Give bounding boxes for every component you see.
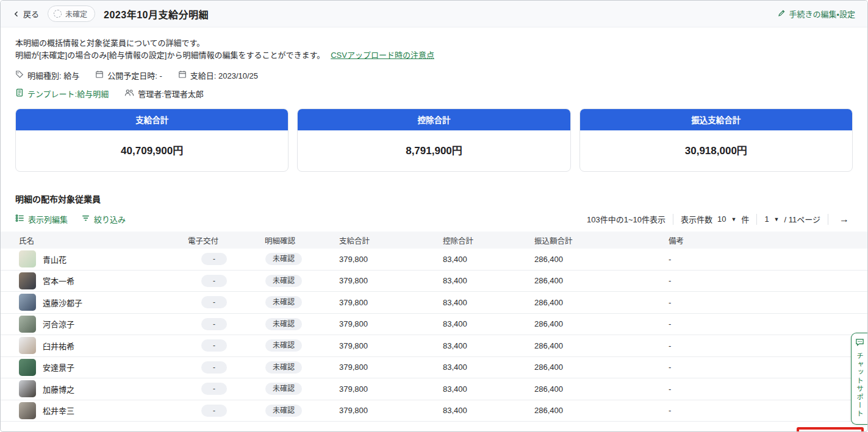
employee-name: 青山花 [43,253,66,265]
payment-total-cell: 379,800 [339,406,443,415]
card-title: 支給合計 [16,109,288,130]
employee-name: 宮本一希 [43,275,74,286]
confirm-status-badge: 未確認 [265,405,302,417]
payment-total-cell: 379,800 [339,298,443,307]
column-header: 明細確認 [265,235,339,246]
transfer-total-card: 振込支給合計 30,918,000円 [579,108,853,172]
transfer-total-cell: 286,400 [534,363,669,372]
annotation-highlight-box: 明細確定 [797,427,864,432]
statement-type: 明細種別: 給与 [15,69,79,81]
procedure-edit-settings-link[interactable]: 手続きの編集・設定 [778,8,855,19]
status-badge: 未確定 [48,5,95,22]
deduction-total-cell: 83,400 [443,319,534,328]
note-cell: - [669,363,853,372]
pagination-range: 103件中の1~10件表示 [587,213,665,225]
transfer-total-cell: 286,400 [534,341,669,350]
employee-name: 臼井祐希 [43,340,74,352]
delivery-badge: - [201,253,227,265]
employee-name: 松井幸三 [43,405,74,416]
back-button[interactable]: 戻る [13,8,39,19]
deduction-total-cell: 83,400 [443,363,534,372]
delivery-badge: - [201,361,227,374]
card-title: 控除合計 [298,109,570,130]
confirm-status-badge: 未確認 [265,318,302,330]
divider [756,214,757,225]
table-row[interactable]: 遠藤沙都子 - 未確認 379,800 83,400 286,400 - [1,292,867,314]
admin-info-text: 管理者:管理者太郎 [138,88,204,99]
template-link[interactable]: テンプレート:給与明細 [15,88,109,99]
avatar [19,250,36,267]
transfer-total-cell: 286,400 [534,255,669,264]
transfer-total-cell: 286,400 [534,276,669,285]
payment-total-cell: 379,800 [339,363,443,372]
filter-icon [81,214,90,224]
chevron-left-icon [13,10,20,18]
dashed-circle-icon [54,10,62,18]
table-row[interactable]: 青山花 - 未確認 379,800 83,400 286,400 - [1,249,867,271]
avatar [19,402,36,419]
table-row[interactable]: 宮本一希 - 未確認 379,800 83,400 286,400 - [1,271,867,292]
publish-datetime: 公開予定日時: - [95,69,162,81]
page-title: 2023年10月支給分明細 [104,7,209,21]
chevron-down-icon[interactable]: ▼ [731,216,736,222]
delivery-badge: - [201,275,227,287]
payment-total-cell: 379,800 [339,276,443,285]
avatar [19,359,36,376]
edit-columns-button[interactable]: 表示列編集 [15,213,68,225]
employees-table: 氏名電子交付明細確認支給合計控除合計振込額合計備考 青山花 - 未確認 379,… [1,232,867,422]
delivery-badge: - [201,339,227,352]
per-page-unit: 件 [741,213,749,225]
note-cell: - [669,406,853,415]
delivery-badge: - [201,383,227,395]
table-row[interactable]: 松井幸三 - 未確認 379,800 83,400 286,400 - [1,400,867,422]
divider [828,214,828,225]
table-row[interactable]: 安達景子 - 未確認 379,800 83,400 286,400 - [1,357,867,379]
statement-type-text: 明細種別: 給与 [27,69,79,81]
card-value: 30,918,000円 [580,130,852,171]
current-page-value: 1 [764,214,769,224]
note-cell: - [669,255,853,264]
chevron-down-icon[interactable]: ▼ [774,216,780,222]
confirm-status-badge: 未確認 [265,253,302,265]
delivery-badge: - [201,296,227,308]
filter-label: 絞り込み [94,213,126,225]
employees-section-title: 明細の配布対象従業員 [15,193,853,205]
payment-total-cell: 379,800 [339,319,443,328]
deduction-total-cell: 83,400 [443,406,534,415]
csv-upload-notes-link[interactable]: CSVアップロード時の注意点 [331,51,434,60]
deduction-total-card: 控除合計 8,791,900円 [297,108,570,172]
avatar [19,272,36,289]
description-block: 本明細の概括情報と対象従業員についての詳細です。 明細が[未確定]の場合のみ[給… [15,37,853,62]
avatar [19,316,36,333]
calendar-icon [178,70,187,80]
transfer-total-cell: 286,400 [534,406,669,415]
employee-name: 遠藤沙都子 [43,297,82,308]
chat-support-label: チャットサポート [855,352,864,418]
column-header: 振込額合計 [534,235,669,246]
pagination: 103件中の1~10件表示 表示件数 10 ▼ 件 1 ▼ / 11ページ → [587,213,853,225]
transfer-total-cell: 286,400 [534,298,669,307]
payment-total-cell: 379,800 [339,384,443,394]
admin-info: 管理者:管理者太郎 [124,88,204,99]
table-row[interactable]: 加藤博之 - 未確認 379,800 83,400 286,400 - [1,378,867,400]
chat-support-tab[interactable]: チャットサポート [851,333,867,425]
filter-button[interactable]: 絞り込み [81,213,126,225]
column-header: 電子交付 [188,235,265,246]
confirm-status-badge: 未確認 [265,275,302,287]
publish-datetime-text: 公開予定日時: - [107,69,162,81]
footer-actions: 給与情報の設定 明細確定 [1,422,867,432]
note-cell: - [669,298,853,307]
summary-cards: 支給合計 40,709,900円 控除合計 8,791,900円 振込支給合計 … [15,108,853,172]
edit-settings-label: 手続きの編集・設定 [789,8,855,19]
deduction-total-cell: 83,400 [443,255,534,264]
table-row[interactable]: 臼井祐希 - 未確認 379,800 83,400 286,400 - [1,335,867,357]
next-page-button[interactable]: → [836,214,853,225]
status-badge-label: 未確定 [65,9,87,19]
card-value: 40,709,900円 [16,130,288,171]
employee-name: 加藤博之 [43,383,74,395]
table-row[interactable]: 河合涼子 - 未確認 379,800 83,400 286,400 - [1,314,867,336]
table-body: 青山花 - 未確認 379,800 83,400 286,400 - 宮本一希 … [1,249,867,422]
confirm-status-badge: 未確認 [265,383,302,395]
avatar [19,294,36,311]
transfer-total-cell: 286,400 [534,319,669,328]
